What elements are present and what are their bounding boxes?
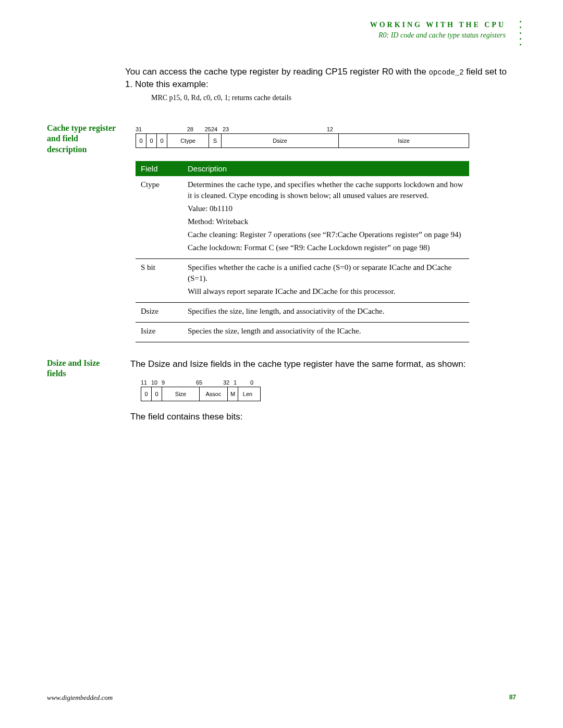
- intro-text-a: You can access the cache type register b…: [125, 67, 429, 77]
- bit-labels: 11 10 9 6 5 3 2 1 0: [141, 379, 261, 386]
- desc-line: Specifies the size, line length, and ass…: [188, 306, 464, 317]
- bit-cell-0a: 0: [136, 134, 146, 147]
- margin-heading-cache-type: Cache type register and field descriptio…: [47, 123, 130, 155]
- row-field: Ctype: [136, 176, 182, 259]
- row-desc: Species the size, length and associativi…: [182, 322, 469, 342]
- bit-label-2: 2: [226, 379, 234, 386]
- bit-label-23: 23: [223, 126, 230, 132]
- header-chapter: WORKING WITH THE CPU: [47, 21, 506, 29]
- page-number: 87: [509, 694, 516, 702]
- bit-boxes: 0 0 0 Ctype S Dsize Isize: [136, 133, 469, 148]
- bit-cell-0c: 0: [157, 134, 167, 147]
- page-footer: www.digiembedded.com 87: [47, 694, 516, 702]
- th-description: Description: [182, 161, 469, 176]
- bit-cell-0b: 0: [146, 134, 157, 147]
- bit-label-3: 3: [205, 379, 226, 386]
- bit-cell-assoc: Assoc: [200, 387, 228, 401]
- bit-label-25: 25: [195, 126, 211, 132]
- bit-label-28: 28: [167, 126, 195, 132]
- desc-line: Method: Writeback: [188, 216, 464, 227]
- bitfield-diagram-dsize: 11 10 9 6 5 3 2 1 0 0 0 Size Assoc M Len: [141, 379, 261, 401]
- dsize-bits-para: The field contains these bits:: [130, 411, 516, 423]
- table-header-row: Field Description: [136, 161, 469, 176]
- bit-label-12: 12: [230, 126, 334, 132]
- bit-cell-ctype: Ctype: [167, 134, 209, 147]
- bit-label-6: 6: [168, 379, 199, 386]
- page: WORKING WITH THE CPU R0: ID code and cac…: [0, 0, 563, 728]
- row-desc: Determines the cache type, and specifies…: [182, 176, 469, 259]
- bit-label-31: 31: [136, 126, 146, 132]
- row-desc: Specifies whether the cache is a unified…: [182, 258, 469, 302]
- dsize-intro-para: The Dsize and Isize fields in the cache …: [130, 358, 516, 371]
- decorative-dots: [520, 21, 521, 45]
- bit-cell-len: Len: [238, 387, 257, 401]
- th-field: Field: [136, 161, 182, 176]
- bitfield-diagram-cache: 31 28 25 24 23 12 0 0 0 Ctype S Dsize Is…: [136, 126, 469, 148]
- bit-cell-dsize: Dsize: [222, 134, 339, 147]
- bit-cell-size: Size: [162, 387, 200, 401]
- opcode-text: opcode_2: [429, 68, 463, 77]
- bit-cell-m: M: [228, 387, 238, 401]
- table-row: Ctype Determines the cache type, and spe…: [136, 176, 469, 259]
- section-body: The Dsize and Isize fields in the cache …: [130, 358, 516, 427]
- table-row: Dsize Specifies the size, line length, a…: [136, 302, 469, 322]
- bit-cell-isize: Isize: [339, 134, 469, 147]
- row-field: Dsize: [136, 302, 182, 322]
- intro-paragraph: You can access the cache type register b…: [125, 66, 516, 91]
- desc-line: Determines the cache type, and specifies…: [188, 179, 464, 201]
- desc-line: Cache cleaning: Register 7 operations (s…: [188, 229, 464, 240]
- desc-line: Specifies whether the cache is a unified…: [188, 262, 464, 284]
- bit-cell-s: S: [209, 134, 222, 147]
- bit-label-1: 1: [234, 379, 241, 386]
- code-example: MRC p15, 0, Rd, c0, c0, 1; returns cache…: [151, 94, 516, 102]
- table-row: S bit Specifies whether the cache is a u…: [136, 258, 469, 302]
- section-dsize-isize: Dsize and Isize fields The Dsize and Isi…: [47, 358, 516, 427]
- row-field: Isize: [136, 322, 182, 342]
- desc-line: Cache lockdown: Format C (see “R9: Cache…: [188, 242, 464, 253]
- bit-cell-0a: 0: [141, 387, 152, 401]
- header-subtitle: R0: ID code and cache type status regist…: [47, 31, 506, 40]
- desc-line: Species the size, length and associativi…: [188, 326, 464, 337]
- row-field: S bit: [136, 258, 182, 302]
- bit-label-0: 0: [241, 379, 253, 386]
- bit-boxes: 0 0 Size Assoc M Len: [141, 387, 261, 401]
- bit-label-9: 9: [162, 379, 168, 386]
- desc-line: Will always report separate ICache and D…: [188, 286, 464, 297]
- section-cache-type: Cache type register and field descriptio…: [47, 123, 516, 342]
- bit-labels: 31 28 25 24 23 12: [136, 126, 469, 132]
- section-body: 31 28 25 24 23 12 0 0 0 Ctype S Dsize Is…: [130, 123, 516, 342]
- footer-url: www.digiembedded.com: [47, 694, 113, 702]
- page-header: WORKING WITH THE CPU R0: ID code and cac…: [47, 21, 516, 40]
- bit-label-24: 24: [211, 126, 223, 132]
- table-row: Isize Species the size, length and assoc…: [136, 322, 469, 342]
- desc-line: Value: 0b1110: [188, 203, 464, 214]
- row-desc: Specifies the size, line length, and ass…: [182, 302, 469, 322]
- margin-heading-dsize-isize: Dsize and Isize fields: [47, 358, 130, 380]
- bit-label-5: 5: [199, 379, 205, 386]
- bit-label-10: 10: [151, 379, 162, 386]
- field-description-table: Field Description Ctype Determines the c…: [136, 161, 469, 342]
- bit-cell-0b: 0: [152, 387, 162, 401]
- bit-label-11: 11: [141, 379, 151, 386]
